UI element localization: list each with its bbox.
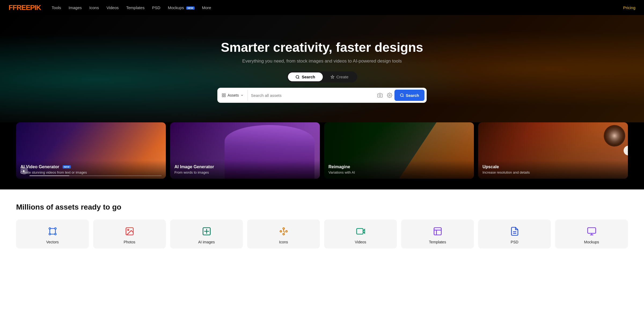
svg-point-17 — [283, 228, 284, 229]
svg-point-15 — [127, 229, 129, 231]
svg-point-0 — [296, 75, 299, 78]
svg-rect-23 — [434, 228, 441, 235]
grid-icon — [222, 93, 226, 97]
carousel-card-reimagine[interactable]: Reimagine Variations with AI — [324, 122, 474, 179]
svg-point-19 — [286, 230, 287, 232]
ai-images-icon — [201, 226, 212, 237]
carousel-section: AI Video Generator NEW Create stunning v… — [0, 122, 644, 189]
svg-point-10 — [49, 228, 50, 229]
nav-mockups[interactable]: Mockups NEW — [168, 5, 194, 10]
chevron-down-icon — [240, 94, 244, 97]
asset-card-icons[interactable]: Icons — [247, 219, 320, 248]
svg-line-1 — [299, 78, 299, 79]
hero-tabs: Search Create — [287, 71, 357, 82]
svg-point-8 — [400, 94, 403, 97]
templates-label: Templates — [429, 240, 446, 244]
search-input[interactable] — [248, 93, 375, 98]
card-desc-ai-image: From words to images — [174, 170, 316, 174]
carousel-card-video-gen[interactable]: AI Video Generator NEW Create stunning v… — [16, 122, 166, 179]
psd-label: PSD — [511, 240, 518, 244]
image-search-button[interactable] — [375, 90, 385, 100]
svg-point-20 — [283, 233, 284, 235]
sparkle-icon — [330, 75, 335, 79]
photos-label: Photos — [124, 240, 136, 244]
video-progress — [30, 175, 162, 176]
psd-icon — [509, 226, 520, 237]
card-content-upscale: Upscale Increase resolution and details — [478, 160, 628, 179]
svg-rect-5 — [224, 96, 225, 97]
asset-card-templates[interactable]: Templates — [401, 219, 474, 248]
svg-rect-2 — [222, 94, 224, 95]
nav-links: Tools Images Icons Videos Templates PSD … — [52, 5, 623, 10]
svg-rect-28 — [588, 228, 596, 233]
svg-point-18 — [280, 230, 281, 232]
nav-tools[interactable]: Tools — [52, 5, 61, 10]
templates-icon — [432, 226, 443, 237]
hero-section: Smarter creativity, faster designs Every… — [0, 15, 644, 122]
asset-card-mockups[interactable]: Mockups — [555, 219, 628, 248]
hero-title: Smarter creativity, faster designs — [221, 40, 423, 55]
carousel-card-upscale[interactable]: Upscale Increase resolution and details — [478, 122, 628, 179]
icons-label: Icons — [279, 240, 288, 244]
hero-subtitle: Everything you need, from stock images a… — [242, 58, 402, 64]
parrot-eye — [604, 125, 625, 147]
mockups-label: Mockups — [584, 240, 599, 244]
card-content-reimagine: Reimagine Variations with AI — [324, 160, 474, 179]
search-icon — [295, 75, 300, 79]
card-content-ai-image: AI Image Generator From words to images — [170, 160, 320, 179]
svg-point-6 — [379, 95, 381, 97]
navbar: FFREEPIK Tools Images Icons Videos Templ… — [0, 0, 644, 15]
nav-videos[interactable]: Videos — [107, 5, 119, 10]
nav-more[interactable]: More — [202, 5, 211, 10]
videos-label: Videos — [355, 240, 366, 244]
carousel-card-ai-image[interactable]: AI Image Generator From words to images — [170, 122, 320, 179]
tab-search[interactable]: Search — [288, 72, 323, 81]
video-progress-fill — [30, 175, 69, 176]
nav-images[interactable]: Images — [69, 5, 82, 10]
vectors-label: Vectors — [46, 240, 59, 244]
camera-icon — [377, 93, 383, 98]
mockups-icon — [586, 226, 597, 237]
asset-card-ai-images[interactable]: AI images — [170, 219, 243, 248]
card-desc-upscale: Increase resolution and details — [482, 170, 624, 174]
nav-psd[interactable]: PSD — [152, 5, 160, 10]
videos-icon — [355, 226, 366, 237]
play-button[interactable]: ▶ — [20, 167, 28, 174]
new-badge: NEW — [186, 6, 195, 10]
svg-rect-21 — [357, 229, 363, 234]
svg-line-9 — [403, 96, 404, 97]
card-title-upscale: Upscale — [482, 164, 624, 169]
card-title-ai-image: AI Image Generator — [174, 164, 316, 169]
tab-create[interactable]: Create — [323, 72, 356, 81]
card-desc-reimagine: Variations with AI — [328, 170, 470, 174]
card-title-reimagine: Reimagine — [328, 164, 470, 169]
assets-section-title: Millions of assets ready to go — [16, 203, 628, 211]
search-bar: Assets Search — [217, 88, 427, 103]
card-desc-video: Create stunning videos from text or imag… — [20, 170, 162, 174]
pricing-link[interactable]: Pricing — [623, 5, 635, 10]
search-submit-button[interactable]: Search — [394, 90, 425, 101]
ai-images-label: AI images — [198, 240, 215, 244]
asset-card-psd[interactable]: PSD — [478, 219, 551, 248]
nav-right: Pricing — [623, 5, 635, 10]
asset-type-dropdown[interactable]: Assets — [217, 90, 248, 101]
icons-icon — [278, 226, 289, 237]
svg-rect-4 — [222, 96, 224, 97]
settings-button[interactable] — [385, 90, 394, 100]
vectors-icon — [47, 226, 58, 237]
settings-icon — [387, 93, 392, 98]
chevron-right-icon — [626, 148, 628, 153]
carousel-container: AI Video Generator NEW Create stunning v… — [16, 122, 628, 179]
svg-point-13 — [54, 233, 56, 235]
nav-icons[interactable]: Icons — [89, 5, 99, 10]
photos-icon — [124, 226, 135, 237]
svg-point-11 — [54, 228, 56, 229]
svg-point-7 — [389, 95, 390, 96]
asset-card-videos[interactable]: Videos — [324, 219, 397, 248]
logo[interactable]: FFREEPIK — [9, 3, 41, 12]
assets-section: Millions of assets ready to go Vectors P… — [0, 189, 644, 262]
card-title-video: AI Video Generator NEW — [20, 164, 162, 169]
asset-card-photos[interactable]: Photos — [93, 219, 166, 248]
asset-card-vectors[interactable]: Vectors — [16, 219, 89, 248]
nav-templates[interactable]: Templates — [126, 5, 144, 10]
